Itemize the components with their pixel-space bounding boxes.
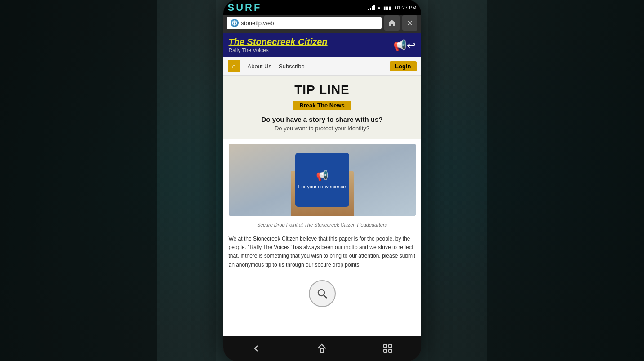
apps-nav-button[interactable]	[379, 339, 397, 357]
megaphone-icon: 📢↩	[393, 39, 416, 52]
tip-line-section: TIP LINE Break The News Do you have a st…	[223, 76, 421, 139]
wifi-icon: ▲	[377, 4, 382, 11]
login-button[interactable]: Login	[390, 61, 416, 71]
svg-point-2	[318, 290, 324, 296]
address-icon	[231, 19, 239, 27]
svg-line-3	[324, 295, 327, 299]
dropbox-icon: 📢	[316, 170, 328, 182]
phone-frame: SURF ▲ ▮▮▮ 01:27 PM	[223, 0, 421, 361]
address-bar[interactable]: stonetip.web	[227, 17, 382, 29]
search-overlay-button[interactable]	[309, 280, 336, 307]
home-browser-button[interactable]	[384, 15, 400, 31]
image-caption: Secure Drop Point at The Stonecreek Citi…	[223, 220, 421, 231]
status-bar-right: ▲ ▮▮▮ 01:27 PM	[368, 4, 417, 11]
tip-line-title: TIP LINE	[231, 83, 414, 97]
dropbox-text: For your convenience	[298, 183, 346, 190]
battery-icon: ▮▮▮	[383, 5, 391, 10]
phone-bottom-nav	[223, 336, 421, 361]
signal-icon	[368, 5, 375, 10]
svg-rect-8	[389, 349, 392, 352]
site-header: The Stonecreek Citizen Rally The Voices …	[223, 33, 421, 57]
nav-home-button[interactable]: ⌂	[228, 60, 240, 72]
status-time: 01:27 PM	[395, 5, 416, 10]
browser-app-name: SURF	[228, 2, 262, 13]
site-title: The Stonecreek Citizen	[229, 37, 328, 47]
close-browser-button[interactable]: ✕	[402, 15, 417, 31]
site-nav: ⌂ About Us Subscribe Login	[223, 57, 421, 76]
site-branding: The Stonecreek Citizen Rally The Voices	[229, 37, 328, 53]
svg-rect-6	[389, 344, 392, 348]
surf-browser-bar: SURF ▲ ▮▮▮ 01:27 PM	[223, 0, 421, 15]
svg-rect-5	[384, 344, 387, 348]
back-nav-button[interactable]	[247, 339, 265, 357]
nav-about-us[interactable]: About Us	[248, 63, 271, 70]
break-news-badge[interactable]: Break The News	[293, 101, 351, 110]
address-bar-row: stonetip.web ✕	[223, 15, 421, 33]
blue-dropbox: 📢 For your convenience	[295, 153, 349, 207]
svg-rect-4	[320, 348, 323, 352]
tip-question-1: Do you have a story to share with us?	[231, 116, 414, 123]
dropbox-image: 📢 For your convenience	[229, 144, 416, 216]
nav-subscribe[interactable]: Subscribe	[279, 63, 305, 70]
svg-rect-7	[384, 349, 387, 352]
tip-question-2: Do you want to protect your identity?	[231, 125, 414, 132]
url-text[interactable]: stonetip.web	[241, 20, 274, 27]
article-body: We at the Stonecreek Citizen believe tha…	[223, 231, 421, 273]
home-nav-button[interactable]	[313, 339, 331, 357]
site-subtitle: Rally The Voices	[229, 47, 328, 53]
